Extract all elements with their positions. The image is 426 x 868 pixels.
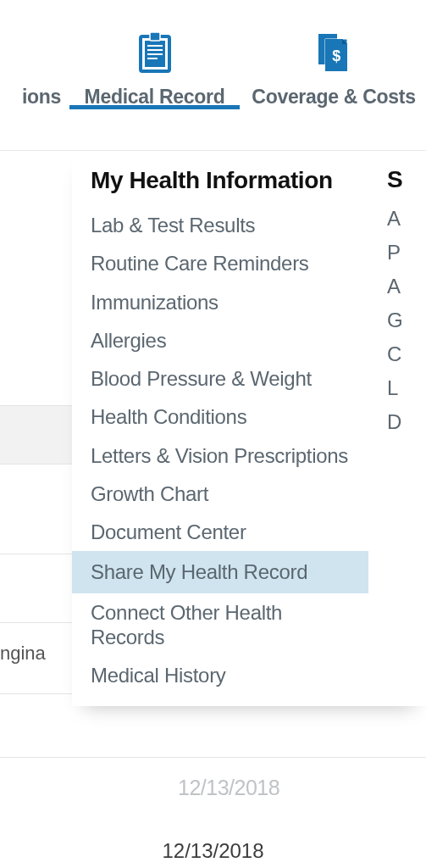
menu-item-blood-pressure-weight[interactable]: Blood Pressure & Weight (72, 359, 363, 398)
svg-text:$: $ (332, 47, 340, 64)
menu-side-item-3[interactable]: G (387, 303, 421, 337)
menu-side-heading-partial: S (387, 166, 421, 202)
top-nav: ions Medical Record (0, 0, 426, 151)
menu-column-secondary-partial: S A P A G C L D (387, 166, 421, 694)
menu-side-item-0[interactable]: A (387, 202, 421, 236)
tab-partial-left[interactable]: ions (0, 0, 68, 109)
tab-medical-record[interactable]: Medical Record (68, 0, 241, 109)
menu-item-share-my-health-record[interactable]: Share My Health Record (72, 551, 368, 593)
menu-item-letters-vision-rx[interactable]: Letters & Vision Prescriptions (72, 437, 363, 475)
menu-item-routine-care-reminders[interactable]: Routine Care Reminders (72, 244, 363, 282)
active-tab-underline (69, 105, 240, 109)
menu-side-item-6[interactable]: D (387, 405, 421, 439)
clipboard-icon (137, 31, 173, 73)
menu-item-connect-other-records[interactable]: Connect Other Health Records (72, 593, 363, 657)
menu-item-health-conditions[interactable]: Health Conditions (72, 398, 363, 436)
menu-side-item-1[interactable]: P (387, 236, 421, 270)
svg-rect-2 (150, 32, 160, 41)
menu-column-health-info: My Health Information Lab & Test Results… (91, 166, 363, 694)
medical-record-menu: My Health Information Lab & Test Results… (72, 151, 426, 706)
tab-coverage-label: Coverage & Costs (252, 85, 415, 109)
svg-rect-4 (147, 49, 163, 51)
svg-rect-5 (147, 53, 163, 55)
bg-date-3: 12/13/2018 (178, 776, 279, 800)
menu-item-lab-test-results[interactable]: Lab & Test Results (72, 206, 363, 244)
menu-side-item-5[interactable]: L (387, 371, 421, 405)
menu-item-document-center[interactable]: Document Center (72, 513, 363, 551)
svg-rect-3 (147, 45, 163, 47)
bottom-visible-date: 12/13/2018 (0, 839, 426, 863)
bg-row-label-partial: ngina (0, 643, 46, 665)
menu-item-allergies[interactable]: Allergies (72, 321, 363, 359)
menu-heading-health-info: My Health Information (91, 166, 363, 194)
menu-item-medical-history[interactable]: Medical History (72, 656, 363, 694)
menu-side-item-4[interactable]: C (387, 337, 421, 371)
dollar-document-icon: $ (315, 31, 352, 73)
menu-side-item-2[interactable]: A (387, 270, 421, 303)
menu-item-immunizations[interactable]: Immunizations (72, 283, 363, 321)
tab-partial-left-label: ions (22, 85, 61, 109)
svg-rect-6 (147, 58, 158, 59)
tab-coverage-costs[interactable]: $ Coverage & Costs (241, 0, 426, 109)
menu-item-growth-chart[interactable]: Growth Chart (72, 475, 363, 513)
